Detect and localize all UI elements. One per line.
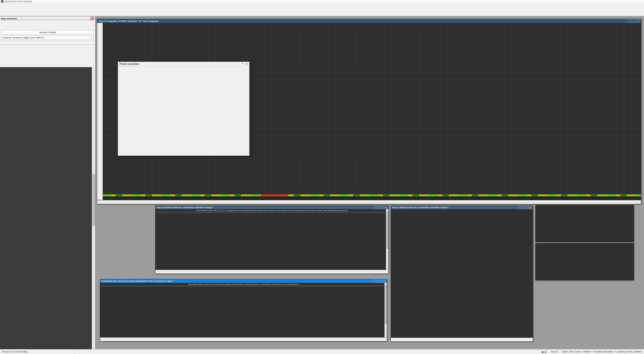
- projects-versions-maps-combo[interactable]: Projects, Versions & Maps: (Ctrl+Shift+F…: [2, 35, 94, 40]
- plot3d-tab-row: [391, 338, 533, 341]
- dialog-title: Project properties: [119, 63, 139, 65]
- graph-x-axis: [103, 196, 641, 199]
- minimize-icon[interactable]: –: [627, 19, 631, 23]
- dialog-title-bar[interactable]: Project properties ?✕: [118, 62, 249, 66]
- map-selection-title-bar[interactable]: Map selection x: [0, 17, 95, 20]
- plot3d-title-bar[interactable]: map of desired value for combustion-cham…: [391, 206, 533, 209]
- chevron-down-icon: ∨: [91, 36, 92, 39]
- app-title: WinOLS5 for Tuner Mappack: [5, 0, 32, 3]
- smoke-title: Calculation the amount of smoke dependen…: [101, 280, 174, 282]
- combustion-title-bar[interactable]: map of desired value for combustion-cham…: [155, 206, 388, 209]
- combustion-scrollbar[interactable]: [386, 209, 388, 270]
- help-icon[interactable]: ?: [242, 63, 243, 65]
- status-cursor: 100% / OK Cursor: 378800 +> 50,8300 (50,…: [560, 349, 644, 354]
- hexdump-side-toolbar: [97, 23, 103, 200]
- status-icons: ▦ ▤: [539, 349, 549, 354]
- close-icon[interactable]: ✕: [246, 63, 248, 65]
- combustion-tab-row: [155, 270, 388, 274]
- smoke-formula: (average Engine speed over A cylindrical…: [100, 283, 387, 286]
- session-bar[interactable]: Session: Default: [2, 30, 94, 34]
- hexdump-tab-row: [97, 200, 641, 204]
- surface-plot: [391, 209, 533, 338]
- smoke-title-bar[interactable]: Calculation the amount of smoke dependen…: [100, 279, 387, 283]
- map-selection-title: Map selection: [1, 17, 17, 20]
- combustion-map-window: map of desired value for combustion-cham…: [155, 205, 389, 274]
- close-icon[interactable]: ✕: [528, 206, 532, 209]
- minimize-icon[interactable]: –: [519, 206, 523, 209]
- toolbar-main: [0, 7, 644, 12]
- hexdump-title: Audi A3 (Original), 547589, Hexdump * fo…: [98, 20, 158, 22]
- minimize-icon[interactable]: –: [373, 280, 377, 283]
- close-icon[interactable]: ✕: [382, 280, 386, 283]
- plot3d-window: map of desired value for combustion-cham…: [391, 205, 533, 342]
- maximize-icon[interactable]: □: [379, 206, 383, 209]
- status-bar: Press F1 to receive help. ▦ ▤ No CS 100%…: [0, 349, 644, 354]
- maximize-icon[interactable]: □: [523, 206, 527, 209]
- close-icon[interactable]: x: [90, 17, 94, 20]
- combustion-formula: RATIONALFUNCTION_[0;1;0;0;0;0.2](Number …: [155, 209, 388, 212]
- status-no-cs: No CS: [549, 349, 560, 354]
- hexdump-title-bar[interactable]: Audi A3 (Original), 547589, Hexdump * fo…: [97, 19, 641, 23]
- map-tree: [0, 67, 92, 349]
- status-help: Press F1 to receive help.: [0, 349, 75, 354]
- tree-scrollbar[interactable]: [92, 67, 95, 349]
- graph-y-axis: [632, 23, 641, 194]
- toolbar-navigation: [0, 12, 644, 16]
- smoke-map-window: Calculation the amount of smoke dependen…: [100, 279, 387, 341]
- menu-bar: [0, 3, 644, 8]
- close-icon[interactable]: ✕: [383, 206, 387, 209]
- project-properties-dialog: Project properties ?✕: [118, 62, 250, 156]
- switch-deactivation-window: [535, 205, 634, 242]
- app-icon: [1, 0, 4, 3]
- tree-column-headers[interactable]: [0, 41, 95, 45]
- list-icon: ▤: [544, 350, 547, 353]
- smoke-tab-row: [100, 337, 387, 341]
- map-selection-panel: Map selection x Session: Default Project…: [0, 17, 95, 349]
- combustion-title: map of desired value for combustion-cham…: [156, 206, 214, 209]
- smoke-scrollbar[interactable]: [384, 283, 387, 338]
- minimize-icon[interactable]: –: [374, 206, 378, 209]
- close-icon[interactable]: ✕: [636, 19, 640, 23]
- grid-icon: ▦: [541, 350, 544, 353]
- switch-eeprom-window: [535, 243, 634, 280]
- plot3d-canvas[interactable]: [391, 209, 533, 338]
- maximize-icon[interactable]: □: [631, 19, 635, 23]
- map-selection-toolbar: [0, 20, 95, 30]
- plot3d-title: map of desired value for combustion-cham…: [392, 206, 449, 209]
- maximize-icon[interactable]: □: [377, 280, 381, 283]
- marker-strip: [103, 194, 641, 196]
